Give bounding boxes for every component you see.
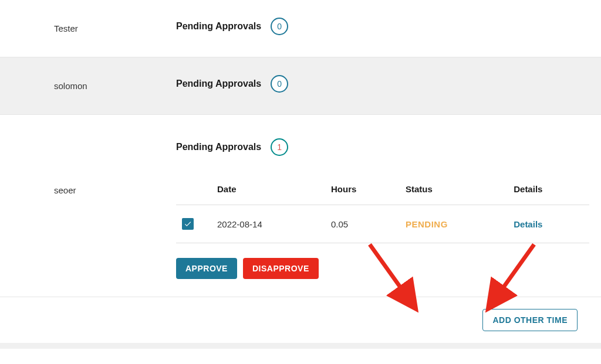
user-row: solomon Pending Approvals 0	[0, 57, 601, 115]
cell-hours: 0.05	[325, 205, 400, 243]
user-name: seoer	[0, 115, 164, 219]
disapprove-button[interactable]: DISAPPROVE	[243, 258, 319, 279]
row-content: Pending Approvals 0	[164, 57, 601, 110]
row-content: Pending Approvals 0	[164, 0, 601, 53]
details-link[interactable]: Details	[514, 219, 542, 229]
pending-approvals-label: Pending Approvals	[176, 142, 261, 152]
pending-count-badge: 0	[271, 75, 288, 93]
pending-approvals-label: Pending Approvals	[176, 21, 261, 32]
row-content: Pending Approvals 1 Date Hours Status De…	[164, 115, 601, 297]
approval-table: Date Hours Status Details 2022-08-14 0.0…	[176, 174, 589, 243]
add-other-time-button[interactable]: ADD OTHER TIME	[482, 309, 578, 331]
pending-header: Pending Approvals 1	[176, 138, 589, 156]
pending-count-badge: 0	[271, 18, 288, 35]
cell-status: PENDING	[400, 205, 508, 243]
table-header-checkbox	[176, 174, 211, 205]
check-icon	[184, 220, 192, 228]
table-header-details: Details	[508, 174, 589, 205]
user-row-expanded: seoer Pending Approvals 1 Date Hours Sta…	[0, 115, 601, 297]
cell-details: Details	[508, 205, 589, 243]
pending-count-badge: 1	[271, 138, 288, 156]
table-header-hours: Hours	[325, 174, 400, 205]
row-checkbox[interactable]	[182, 218, 194, 230]
bottom-bar	[0, 343, 601, 349]
add-time-section: ADD OTHER TIME	[0, 297, 601, 343]
table-header-status: Status	[400, 174, 508, 205]
status-badge: PENDING	[406, 219, 448, 229]
pending-approvals-label: Pending Approvals	[176, 79, 261, 89]
checkbox-cell	[176, 205, 211, 243]
user-row: Tester Pending Approvals 0	[0, 0, 601, 57]
cell-date: 2022-08-14	[211, 205, 325, 243]
approve-button[interactable]: APPROVE	[176, 258, 237, 279]
action-buttons: APPROVE DISAPPROVE	[176, 258, 589, 279]
user-name: solomon	[0, 57, 164, 114]
pending-header: Pending Approvals 0	[176, 18, 589, 35]
table-row: 2022-08-14 0.05 PENDING Details	[176, 205, 589, 243]
user-name: Tester	[0, 0, 164, 57]
pending-header: Pending Approvals 0	[176, 75, 589, 93]
table-header-date: Date	[211, 174, 325, 205]
table-header-row: Date Hours Status Details	[176, 174, 589, 205]
